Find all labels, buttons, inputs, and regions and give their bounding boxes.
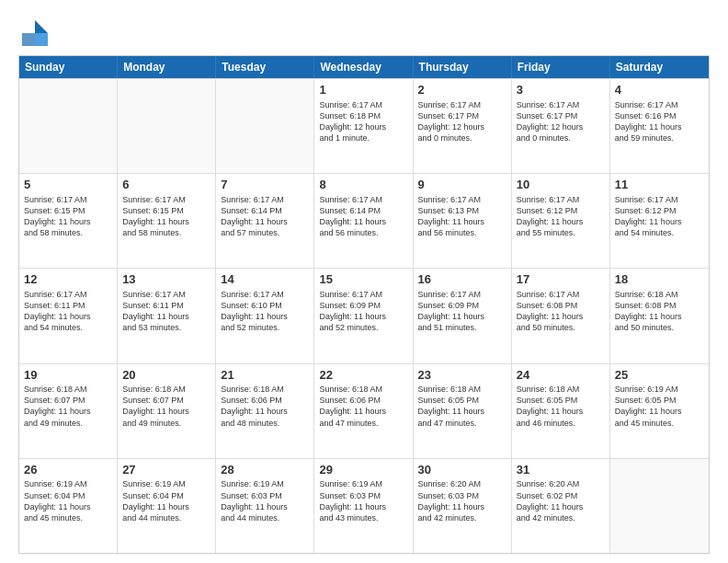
day-number: 17: [517, 272, 605, 287]
calendar-row: 26Sunrise: 6:19 AM Sunset: 6:04 PM Dayli…: [19, 458, 709, 553]
day-number: 4: [615, 83, 704, 98]
weekday-header: Thursday: [414, 56, 512, 78]
day-info: Sunrise: 6:19 AM Sunset: 6:04 PM Dayligh…: [122, 478, 210, 523]
day-info: Sunrise: 6:18 AM Sunset: 6:08 PM Dayligh…: [615, 289, 704, 334]
day-info: Sunrise: 6:18 AM Sunset: 6:07 PM Dayligh…: [122, 384, 210, 429]
calendar-body: 1Sunrise: 6:17 AM Sunset: 6:18 PM Daylig…: [19, 78, 709, 553]
day-number: 16: [418, 272, 506, 287]
calendar-cell: 20Sunrise: 6:18 AM Sunset: 6:07 PM Dayli…: [118, 364, 216, 458]
calendar-cell: 2Sunrise: 6:17 AM Sunset: 6:17 PM Daylig…: [414, 79, 512, 173]
calendar-cell: 11Sunrise: 6:17 AM Sunset: 6:12 PM Dayli…: [610, 174, 709, 268]
day-info: Sunrise: 6:19 AM Sunset: 6:03 PM Dayligh…: [319, 478, 407, 523]
day-info: Sunrise: 6:17 AM Sunset: 6:12 PM Dayligh…: [615, 194, 704, 239]
calendar-cell: 30Sunrise: 6:20 AM Sunset: 6:03 PM Dayli…: [414, 459, 512, 553]
calendar-cell: [19, 79, 118, 173]
calendar-row: 1Sunrise: 6:17 AM Sunset: 6:18 PM Daylig…: [19, 78, 709, 173]
calendar-row: 5Sunrise: 6:17 AM Sunset: 6:15 PM Daylig…: [19, 173, 709, 268]
day-info: Sunrise: 6:17 AM Sunset: 6:11 PM Dayligh…: [122, 289, 210, 334]
svg-marker-0: [35, 20, 48, 33]
day-info: Sunrise: 6:17 AM Sunset: 6:17 PM Dayligh…: [517, 99, 605, 144]
day-info: Sunrise: 6:17 AM Sunset: 6:15 PM Dayligh…: [122, 194, 210, 239]
logo: [18, 17, 53, 46]
calendar-cell: 31Sunrise: 6:20 AM Sunset: 6:02 PM Dayli…: [512, 459, 610, 553]
page: SundayMondayTuesdayWednesdayThursdayFrid…: [0, 0, 728, 563]
day-number: 23: [418, 368, 506, 383]
header: [18, 17, 710, 46]
day-number: 6: [122, 178, 210, 192]
weekday-header: Saturday: [610, 56, 709, 78]
svg-marker-2: [22, 33, 35, 46]
calendar-cell: 3Sunrise: 6:17 AM Sunset: 6:17 PM Daylig…: [512, 79, 610, 173]
day-info: Sunrise: 6:19 AM Sunset: 6:03 PM Dayligh…: [221, 478, 309, 523]
day-info: Sunrise: 6:17 AM Sunset: 6:14 PM Dayligh…: [319, 194, 407, 239]
calendar-cell: 24Sunrise: 6:18 AM Sunset: 6:05 PM Dayli…: [512, 364, 610, 458]
day-number: 29: [319, 463, 407, 477]
day-number: 25: [615, 368, 704, 383]
day-number: 9: [418, 178, 506, 192]
day-number: 31: [517, 463, 605, 477]
day-info: Sunrise: 6:19 AM Sunset: 6:05 PM Dayligh…: [615, 384, 704, 429]
day-info: Sunrise: 6:17 AM Sunset: 6:15 PM Dayligh…: [24, 194, 112, 239]
day-info: Sunrise: 6:19 AM Sunset: 6:04 PM Dayligh…: [24, 478, 112, 523]
calendar-cell: 23Sunrise: 6:18 AM Sunset: 6:05 PM Dayli…: [414, 364, 512, 458]
day-number: 3: [517, 83, 605, 98]
day-info: Sunrise: 6:17 AM Sunset: 6:11 PM Dayligh…: [24, 289, 112, 334]
calendar-cell: [216, 79, 314, 173]
calendar-cell: 21Sunrise: 6:18 AM Sunset: 6:06 PM Dayli…: [216, 364, 314, 458]
day-info: Sunrise: 6:17 AM Sunset: 6:12 PM Dayligh…: [517, 194, 605, 239]
day-number: 5: [24, 178, 112, 192]
calendar-cell: 12Sunrise: 6:17 AM Sunset: 6:11 PM Dayli…: [19, 269, 118, 362]
weekday-header: Monday: [118, 56, 216, 78]
calendar-cell: 18Sunrise: 6:18 AM Sunset: 6:08 PM Dayli…: [610, 269, 709, 362]
logo-icon: [18, 17, 48, 46]
day-info: Sunrise: 6:17 AM Sunset: 6:14 PM Dayligh…: [221, 194, 309, 239]
day-info: Sunrise: 6:17 AM Sunset: 6:10 PM Dayligh…: [221, 289, 309, 334]
calendar-cell: 19Sunrise: 6:18 AM Sunset: 6:07 PM Dayli…: [19, 364, 118, 458]
day-number: 14: [221, 272, 309, 287]
day-number: 27: [122, 463, 210, 477]
calendar-cell: 7Sunrise: 6:17 AM Sunset: 6:14 PM Daylig…: [216, 174, 314, 268]
calendar-cell: 22Sunrise: 6:18 AM Sunset: 6:06 PM Dayli…: [314, 364, 413, 458]
day-number: 7: [221, 178, 309, 192]
calendar-cell: 5Sunrise: 6:17 AM Sunset: 6:15 PM Daylig…: [19, 174, 118, 268]
calendar-cell: 29Sunrise: 6:19 AM Sunset: 6:03 PM Dayli…: [314, 459, 413, 553]
day-info: Sunrise: 6:18 AM Sunset: 6:05 PM Dayligh…: [418, 384, 506, 429]
day-number: 11: [615, 178, 704, 192]
weekday-header: Tuesday: [216, 56, 314, 78]
calendar-cell: 17Sunrise: 6:17 AM Sunset: 6:08 PM Dayli…: [512, 269, 610, 362]
weekday-header: Sunday: [19, 56, 118, 78]
calendar-cell: 10Sunrise: 6:17 AM Sunset: 6:12 PM Dayli…: [512, 174, 610, 268]
day-number: 22: [319, 368, 407, 383]
day-info: Sunrise: 6:18 AM Sunset: 6:06 PM Dayligh…: [221, 384, 309, 429]
day-info: Sunrise: 6:20 AM Sunset: 6:03 PM Dayligh…: [418, 478, 506, 523]
calendar-cell: 9Sunrise: 6:17 AM Sunset: 6:13 PM Daylig…: [414, 174, 512, 268]
weekday-header: Friday: [512, 56, 610, 78]
day-info: Sunrise: 6:18 AM Sunset: 6:07 PM Dayligh…: [24, 384, 112, 429]
day-info: Sunrise: 6:17 AM Sunset: 6:09 PM Dayligh…: [319, 289, 407, 334]
day-number: 19: [24, 368, 112, 383]
day-info: Sunrise: 6:18 AM Sunset: 6:05 PM Dayligh…: [517, 384, 605, 429]
day-info: Sunrise: 6:17 AM Sunset: 6:08 PM Dayligh…: [517, 289, 605, 334]
calendar-cell: 4Sunrise: 6:17 AM Sunset: 6:16 PM Daylig…: [610, 79, 709, 173]
calendar-row: 12Sunrise: 6:17 AM Sunset: 6:11 PM Dayli…: [19, 268, 709, 362]
day-info: Sunrise: 6:18 AM Sunset: 6:06 PM Dayligh…: [319, 384, 407, 429]
day-info: Sunrise: 6:17 AM Sunset: 6:17 PM Dayligh…: [418, 99, 506, 144]
day-number: 1: [319, 83, 407, 98]
calendar-cell: 1Sunrise: 6:17 AM Sunset: 6:18 PM Daylig…: [314, 79, 413, 173]
day-number: 12: [24, 272, 112, 287]
day-info: Sunrise: 6:17 AM Sunset: 6:09 PM Dayligh…: [418, 289, 506, 334]
calendar-cell: 25Sunrise: 6:19 AM Sunset: 6:05 PM Dayli…: [610, 364, 709, 458]
svg-marker-1: [35, 33, 48, 46]
day-number: 10: [517, 178, 605, 192]
day-number: 15: [319, 272, 407, 287]
day-info: Sunrise: 6:20 AM Sunset: 6:02 PM Dayligh…: [517, 478, 605, 523]
calendar-cell: 27Sunrise: 6:19 AM Sunset: 6:04 PM Dayli…: [118, 459, 216, 553]
calendar-cell: 8Sunrise: 6:17 AM Sunset: 6:14 PM Daylig…: [314, 174, 413, 268]
calendar-cell: 28Sunrise: 6:19 AM Sunset: 6:03 PM Dayli…: [216, 459, 314, 553]
day-number: 30: [418, 463, 506, 477]
calendar-cell: 15Sunrise: 6:17 AM Sunset: 6:09 PM Dayli…: [314, 269, 413, 362]
day-number: 21: [221, 368, 309, 383]
day-number: 28: [221, 463, 309, 477]
day-number: 18: [615, 272, 704, 287]
calendar-header: SundayMondayTuesdayWednesdayThursdayFrid…: [19, 56, 709, 78]
